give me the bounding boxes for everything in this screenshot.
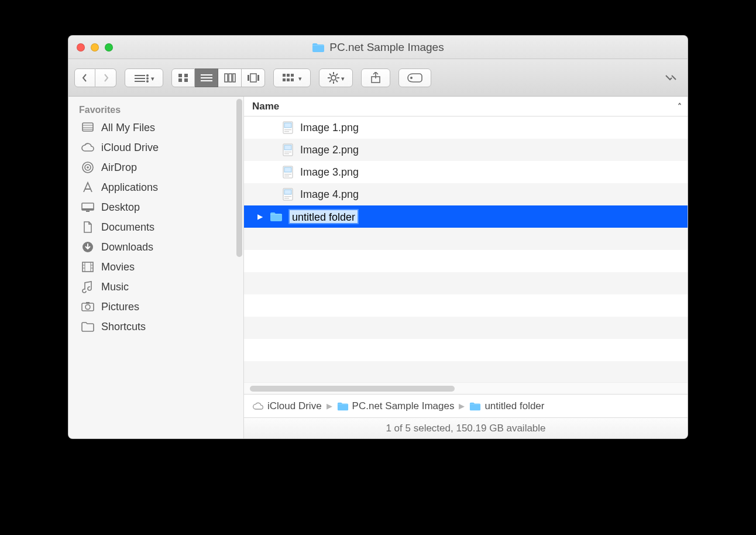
svg-rect-18 [257, 75, 259, 81]
file-row[interactable]: Image 3.png [244, 161, 688, 183]
sidebar-item-desktop[interactable]: Desktop [68, 197, 243, 217]
path-segment[interactable]: PC.net Sample Images [337, 400, 455, 412]
svg-rect-16 [248, 75, 249, 81]
sidebar-item-downloads[interactable]: Downloads [68, 237, 243, 257]
status-bar: 1 of 5 selected, 150.19 GB available [244, 417, 688, 438]
file-row[interactable]: Image 4.png [244, 183, 688, 205]
svg-rect-46 [86, 211, 90, 212]
rename-input[interactable]: untitled folder [288, 209, 359, 224]
sidebar-item-icloud[interactable]: iCloud Drive [68, 138, 243, 157]
path-bar: iCloud Drive▶PC.net Sample Images▶untitl… [244, 394, 688, 417]
empty-row [244, 361, 688, 382]
sidebar-item-folder[interactable]: Shortcuts [68, 317, 243, 337]
downloads-icon [80, 241, 95, 253]
folder-row[interactable]: ▶untitled folder [244, 205, 688, 228]
sidebar-item-label: Documents [101, 221, 154, 234]
svg-point-5 [146, 80, 149, 83]
svg-rect-4 [135, 81, 145, 82]
svg-rect-45 [82, 208, 94, 210]
view-mode-group [171, 68, 265, 87]
sidebar-item-movies[interactable]: Movies [68, 257, 243, 277]
path-separator-icon: ▶ [459, 402, 465, 410]
titlebar[interactable]: PC.net Sample Images [68, 36, 688, 59]
sidebar-scrollbar[interactable] [236, 99, 242, 257]
horizontal-scrollbar-track[interactable] [244, 382, 688, 394]
file-list[interactable]: Image 1.pngImage 2.pngImage 3.pngImage 4… [244, 116, 688, 382]
finder-window: PC.net Sample Images [68, 35, 688, 439]
svg-rect-14 [229, 74, 232, 82]
view-icon-button[interactable] [171, 68, 195, 87]
svg-rect-68 [284, 174, 291, 174]
main-pane: Name ˄ Image 1.pngImage 2.pngImage 3.png… [244, 97, 688, 438]
sidebar-item-all-my-files[interactable]: All My Files [68, 118, 243, 138]
empty-row [244, 317, 688, 339]
toolbar [68, 59, 688, 97]
share-button[interactable] [361, 68, 390, 87]
arrange-button[interactable] [273, 68, 311, 87]
svg-rect-23 [287, 78, 290, 81]
window-title: PC.net Sample Images [68, 41, 688, 54]
back-button[interactable] [74, 68, 95, 87]
file-png-icon [281, 166, 294, 179]
desktop-icon [80, 201, 95, 214]
action-button[interactable] [319, 68, 353, 87]
view-column-button[interactable] [218, 68, 242, 87]
svg-line-31 [336, 80, 338, 82]
tags-button[interactable] [398, 68, 431, 87]
sidebar-item-airdrop[interactable]: AirDrop [68, 157, 243, 177]
sidebar-section-header: Favorites [68, 100, 243, 118]
svg-line-33 [329, 80, 331, 82]
close-window-button[interactable] [77, 43, 85, 52]
minimize-window-button[interactable] [91, 43, 99, 52]
file-name-label: Image 4.png [300, 188, 359, 201]
applications-icon [80, 181, 95, 194]
path-segment-label: untitled folder [484, 400, 544, 412]
icloud-icon [252, 401, 264, 411]
svg-rect-73 [284, 198, 289, 198]
window-controls [68, 43, 113, 52]
empty-row [244, 339, 688, 361]
svg-point-1 [146, 74, 149, 77]
sidebar-item-label: Pictures [101, 301, 139, 313]
empty-row [244, 250, 688, 272]
sidebar-item-documents[interactable]: Documents [68, 217, 243, 237]
svg-point-3 [146, 77, 149, 80]
svg-rect-11 [201, 77, 212, 78]
column-header-name[interactable]: Name ˄ [244, 97, 688, 116]
column-header-name-label: Name [252, 101, 279, 112]
music-icon [80, 280, 95, 293]
sidebar-item-music[interactable]: Music [68, 277, 243, 297]
horizontal-scrollbar-thumb[interactable] [250, 386, 455, 392]
svg-rect-8 [178, 78, 182, 82]
nav-back-forward [74, 68, 116, 87]
svg-rect-9 [184, 78, 188, 82]
svg-rect-20 [287, 74, 290, 77]
path-segment-label: iCloud Drive [267, 400, 322, 412]
file-row[interactable]: Image 2.png [244, 139, 688, 161]
folder-icon [312, 42, 325, 53]
path-segment[interactable]: untitled folder [469, 400, 544, 412]
svg-rect-69 [284, 176, 289, 176]
sidebar-item-label: iCloud Drive [101, 142, 159, 154]
icloud-icon [80, 141, 95, 154]
sidebar[interactable]: Favorites All My FilesiCloud DriveAirDro… [68, 97, 244, 438]
toolbar-overflow-button[interactable] [664, 74, 682, 82]
svg-rect-61 [284, 131, 289, 132]
sidebar-item-applications[interactable]: Applications [68, 177, 243, 197]
fullscreen-window-button[interactable] [105, 43, 113, 52]
disclosure-triangle-icon[interactable]: ▶ [256, 212, 264, 221]
sidebar-toggle-button[interactable] [125, 68, 163, 87]
forward-button[interactable] [95, 68, 116, 87]
path-segment[interactable]: iCloud Drive [252, 400, 322, 412]
sidebar-item-label: Music [101, 281, 129, 293]
svg-line-32 [336, 74, 338, 76]
svg-rect-72 [284, 196, 291, 197]
svg-rect-24 [291, 78, 294, 81]
svg-rect-71 [284, 190, 291, 194]
sidebar-item-pictures[interactable]: Pictures [68, 297, 243, 317]
file-row[interactable]: Image 1.png [244, 116, 688, 139]
view-list-button[interactable] [195, 68, 218, 87]
folder-icon [337, 401, 349, 411]
view-coverflow-button[interactable] [242, 68, 265, 87]
file-name-label: Image 2.png [300, 144, 359, 156]
